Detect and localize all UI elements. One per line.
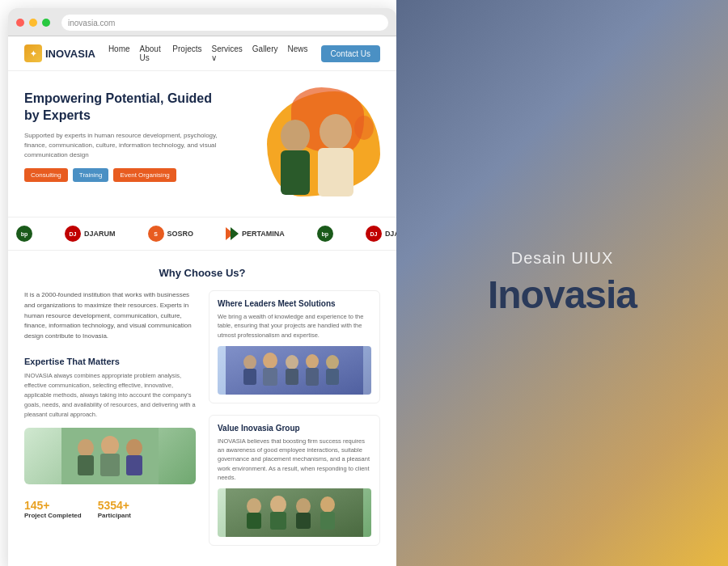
value-card-text: INOVASIA believes that boosting firm suc… xyxy=(218,437,371,482)
training-button[interactable]: Training xyxy=(73,168,109,182)
svg-rect-13 xyxy=(100,454,120,476)
logo-icon: ✦ xyxy=(24,44,42,62)
brand-bp-2: bp xyxy=(309,226,341,242)
sosro-logo: S xyxy=(148,226,164,242)
stat-participants: 5354+ Participant xyxy=(98,499,131,519)
brand-bp: bp xyxy=(8,226,40,242)
svg-point-26 xyxy=(326,355,339,370)
stats-row: 145+ Project Completed 5354+ Participant xyxy=(24,492,196,526)
why-right-column: Where Leaders Meet Solutions We bring a … xyxy=(209,290,380,546)
svg-point-24 xyxy=(306,354,319,369)
why-choose-us-section: Why Choose Us? It is a 2000-founded inst… xyxy=(8,251,396,562)
value-card: Value Inovasia Group INOVASIA believes t… xyxy=(209,415,380,546)
nav-links: Home About Us Projects Services ∨ Galler… xyxy=(108,44,308,62)
djarum-logo: DJ xyxy=(65,226,81,242)
svg-point-18 xyxy=(243,355,256,370)
hero-subtitle: Supported by experts in human resource d… xyxy=(24,131,226,160)
browser-expand-dot xyxy=(42,19,50,27)
svg-point-34 xyxy=(296,498,311,514)
logo: ✦ INOVASIA xyxy=(24,44,95,62)
svg-rect-15 xyxy=(126,455,142,475)
djarum-logo-2: DJ xyxy=(366,226,382,242)
svg-rect-35 xyxy=(296,513,311,529)
stat-participants-label: Participant xyxy=(98,512,131,519)
svg-rect-23 xyxy=(286,369,298,385)
hero-section: Empowering Potential, Guided by Experts … xyxy=(8,71,396,217)
bp-logo-2: bp xyxy=(317,226,333,242)
svg-point-22 xyxy=(286,355,298,370)
svg-point-32 xyxy=(270,496,286,513)
design-type-label: Desain UIUX xyxy=(511,249,614,268)
bp-logo: bp xyxy=(16,226,32,242)
svg-rect-33 xyxy=(270,512,286,530)
why-left-column: It is a 2000-founded institution that wo… xyxy=(24,290,196,546)
brand-sosro: S SOSRO xyxy=(140,226,202,242)
hero-image xyxy=(251,103,380,217)
svg-rect-29 xyxy=(226,488,363,537)
expertise-title: Expertise That Matters xyxy=(24,357,196,366)
brand-djarum-2: DJ DJARUM xyxy=(358,226,396,242)
expertise-text: INOVASIA always combines appropriate pro… xyxy=(24,371,196,420)
svg-point-4 xyxy=(354,116,374,140)
design-info-panel: Desain UIUX Inovasia xyxy=(396,0,728,566)
svg-point-12 xyxy=(101,436,119,455)
why-section-title: Why Choose Us? xyxy=(24,267,380,279)
nav-projects[interactable]: Projects xyxy=(172,44,201,62)
browser-chrome: inovasia.com xyxy=(8,8,396,36)
consulting-button[interactable]: Consulting xyxy=(24,168,68,182)
svg-rect-11 xyxy=(78,455,94,475)
nav-gallery[interactable]: Gallery xyxy=(252,44,278,62)
leaders-card-text: We bring a wealth of knowledge and exper… xyxy=(218,312,371,340)
svg-rect-27 xyxy=(326,369,339,385)
hero-buttons: Consulting Training Event Organising xyxy=(24,168,226,182)
browser-close-dot xyxy=(16,19,24,27)
leaders-card-image xyxy=(218,346,371,395)
people-image xyxy=(24,428,196,484)
value-card-title: Value Inovasia Group xyxy=(218,424,371,433)
leaders-card-title: Where Leaders Meet Solutions xyxy=(218,299,371,308)
brand-djarum: DJ DJARUM xyxy=(57,226,124,242)
site-navigation: ✦ INOVASIA Home About Us Projects Servic… xyxy=(8,36,396,71)
website-content[interactable]: ✦ INOVASIA Home About Us Projects Servic… xyxy=(8,36,396,566)
svg-rect-21 xyxy=(263,368,277,386)
svg-rect-31 xyxy=(247,513,261,529)
nav-services[interactable]: Services ∨ xyxy=(211,44,242,62)
stat-projects-label: Project Completed xyxy=(24,512,82,519)
svg-rect-25 xyxy=(306,368,319,386)
contact-us-button[interactable]: Contact Us xyxy=(321,45,380,62)
stat-participants-number: 5354+ xyxy=(98,499,131,512)
svg-point-14 xyxy=(126,439,142,457)
browser-url-bar: inovasia.com xyxy=(61,15,388,31)
why-grid: It is a 2000-founded institution that wo… xyxy=(24,290,380,546)
svg-point-20 xyxy=(263,353,277,369)
brands-ticker: bp DJ DJARUM S SOSRO PERTAMINA bp xyxy=(8,217,396,251)
svg-point-10 xyxy=(78,439,94,457)
stat-projects: 145+ Project Completed xyxy=(24,499,82,519)
website-mockup: inovasia.com ✦ INOVASIA Home About Us Pr… xyxy=(8,8,396,566)
svg-point-30 xyxy=(247,498,261,514)
leaders-card: Where Leaders Meet Solutions We bring a … xyxy=(209,290,380,403)
hero-left: Empowering Potential, Guided by Experts … xyxy=(24,87,226,217)
nav-home[interactable]: Home xyxy=(108,44,130,62)
browser-minimize-dot xyxy=(29,19,37,27)
nav-about[interactable]: About Us xyxy=(140,44,163,62)
svg-point-0 xyxy=(281,120,310,152)
design-brand-title: Inovasia xyxy=(488,272,637,317)
brand-pertamina: PERTAMINA xyxy=(218,227,293,240)
pertamina-chevron-icon xyxy=(226,227,239,240)
svg-marker-6 xyxy=(231,227,239,240)
expertise-image xyxy=(24,428,196,484)
svg-rect-19 xyxy=(243,369,256,385)
hero-title: Empowering Potential, Guided by Experts xyxy=(24,91,226,125)
hero-right xyxy=(235,87,380,217)
stat-projects-number: 145+ xyxy=(24,499,82,512)
value-card-image xyxy=(218,488,371,537)
why-intro-text: It is a 2000-founded institution that wo… xyxy=(24,290,196,342)
svg-rect-3 xyxy=(318,148,353,196)
nav-news[interactable]: News xyxy=(288,44,308,62)
svg-point-36 xyxy=(320,496,335,513)
svg-point-2 xyxy=(320,114,352,150)
svg-rect-37 xyxy=(320,512,335,530)
svg-rect-1 xyxy=(281,150,310,195)
event-organising-button[interactable]: Event Organising xyxy=(113,168,176,182)
